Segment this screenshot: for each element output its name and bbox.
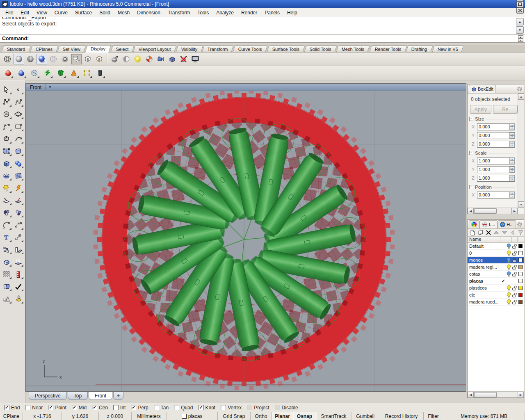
checkbox[interactable]: ✓	[131, 405, 136, 410]
lock-column-header[interactable]	[511, 237, 517, 242]
osnap-vertex[interactable]: Vertex	[221, 405, 242, 411]
toolbar-tab-standard[interactable]: Standard	[1, 46, 31, 52]
toolbar-tab-viewport-layout[interactable]: Viewport Layout	[133, 46, 177, 52]
toolbar-tab-set-view[interactable]: Set View	[57, 46, 86, 52]
toolbar-tab-select[interactable]: Select	[110, 46, 134, 52]
curve-tools-icon[interactable]	[41, 67, 54, 79]
spin-up-icon[interactable]: ▲	[509, 158, 515, 161]
layers-tab[interactable]: L...	[479, 220, 498, 228]
toolbar-tab-surface-tools[interactable]: Surface Tools	[267, 46, 305, 52]
layer-color-swatch[interactable]	[517, 279, 524, 283]
spin-up-icon[interactable]: ▲	[509, 132, 515, 136]
menu-analyze[interactable]: Analyze	[212, 9, 237, 16]
surface-from-points-icon[interactable]	[1, 146, 12, 157]
size-z-input[interactable]: 0.000▲▼	[477, 141, 515, 148]
status-cplane[interactable]: CPlane	[0, 412, 23, 420]
new-viewport-tab-button[interactable]: +	[113, 392, 123, 400]
boxedit-vscrollbar[interactable]: ▲ ▼	[518, 94, 524, 208]
scroll-up-icon[interactable]: ▲	[518, 94, 524, 100]
layer-row-cotas[interactable]: cotas	[468, 271, 524, 278]
new-layer-icon[interactable]	[469, 229, 476, 236]
monitor-icon[interactable]	[190, 54, 201, 64]
shaded-gray-icon[interactable]	[25, 54, 36, 64]
freeform-curve-icon[interactable]	[13, 133, 24, 144]
checkbox[interactable]	[221, 405, 226, 410]
command-spinner[interactable]: ▲▼	[518, 35, 523, 42]
current-column-header[interactable]	[500, 237, 506, 242]
toolbar-tab-render-tools[interactable]: Render Tools	[369, 46, 407, 52]
pen-viewport-icon[interactable]	[94, 54, 105, 64]
wireframe-viewport-icon[interactable]	[2, 54, 13, 64]
spinner[interactable]: ▲▼	[509, 192, 515, 198]
spin-down-icon[interactable]: ▼	[509, 178, 515, 181]
spin-down-icon[interactable]: ▼	[509, 169, 515, 173]
toolbar-tab-solid-tools[interactable]: Solid Tools	[304, 46, 337, 52]
checkbox[interactable]	[25, 405, 30, 410]
sun-properties-icon[interactable]	[144, 54, 155, 64]
surface-patch-icon[interactable]	[13, 146, 24, 157]
xray-viewport-icon[interactable]	[59, 54, 70, 64]
layer-color-swatch[interactable]	[517, 293, 524, 297]
filter-icon[interactable]	[517, 229, 524, 236]
layer-color-swatch[interactable]	[517, 258, 524, 262]
status-y-1-626[interactable]: y 1.626	[62, 412, 99, 420]
block-tools-icon[interactable]	[94, 67, 106, 79]
layer-current-mark[interactable]: ✓	[501, 278, 506, 284]
control-point-curve-icon[interactable]	[13, 96, 24, 107]
osnap-disable[interactable]: Disable	[275, 405, 298, 411]
trim-icon[interactable]	[1, 195, 12, 206]
display-tab[interactable]	[469, 220, 479, 228]
boxedit-tab[interactable]: BoxEdit	[469, 85, 496, 93]
technical-viewport-icon[interactable]	[71, 54, 82, 64]
command-history[interactable]: Command: _Export Select objects to expor…	[0, 17, 525, 35]
toolbar-tab-mesh-tools[interactable]: Mesh Tools	[336, 46, 370, 52]
split-icon[interactable]	[13, 195, 24, 206]
camera-icon[interactable]	[155, 54, 166, 64]
menu-curve[interactable]: Curve	[51, 9, 71, 16]
checkbox[interactable]	[113, 405, 119, 410]
boxedit-hscrollbar[interactable]: ◀ ▶	[468, 208, 518, 214]
polyline-icon[interactable]	[1, 96, 12, 107]
spin-up-icon[interactable]: ▲	[518, 35, 523, 39]
viewport-tab-perspective[interactable]: Perspective	[29, 392, 67, 400]
status-z-0-000[interactable]: z 0.000	[99, 412, 132, 420]
viewport-tab-top[interactable]: Top	[68, 392, 88, 400]
collapse-icon[interactable]: −	[469, 151, 473, 155]
toolbar-tab-new-in-v5[interactable]: New in V5	[432, 46, 463, 52]
render-red-icon[interactable]	[2, 67, 14, 79]
scale-x-input[interactable]: 1.000▲▼	[477, 158, 515, 164]
layer-row-placas[interactable]: placas✓	[468, 278, 524, 285]
layer-visibility-bulb-icon[interactable]	[506, 264, 511, 270]
toolbar-tab-display[interactable]: Display	[85, 45, 112, 52]
scroll-up-icon[interactable]: ▲	[516, 18, 524, 25]
layer-lock-icon[interactable]	[511, 299, 517, 305]
primitive-solids-icon[interactable]	[1, 293, 12, 304]
delete-light-icon[interactable]	[178, 54, 189, 64]
rendered-sun-icon[interactable]	[132, 54, 143, 64]
viewport-tab-front[interactable]: Front	[89, 392, 112, 400]
layer-color-swatch[interactable]	[517, 286, 524, 290]
layers-hscrollbar[interactable]: ◀ ▶	[468, 391, 524, 397]
layer-color-swatch[interactable]	[517, 300, 524, 304]
osnap-project[interactable]: Project	[247, 405, 269, 411]
restore-button[interactable]	[516, 1, 524, 7]
spinner[interactable]: ▲▼	[509, 132, 515, 139]
menu-surface[interactable]: Surface	[71, 9, 96, 16]
spotlight-icon[interactable]	[167, 54, 178, 64]
osnap-int[interactable]: Int	[113, 405, 126, 411]
osnap-knot[interactable]: ✓Knot	[199, 405, 216, 411]
layer-color-swatch[interactable]	[517, 244, 524, 248]
gumball-widget-icon[interactable]	[13, 293, 24, 304]
size-x-input[interactable]: 0.000▲▼	[477, 123, 515, 130]
render-blue-icon[interactable]	[15, 67, 27, 79]
refresh-shade-icon[interactable]	[110, 54, 120, 64]
osnap-mid[interactable]: ✓Mid	[72, 405, 87, 411]
ellipse-icon[interactable]	[13, 109, 24, 120]
status-placas[interactable]: placas	[167, 412, 218, 420]
size-y-input[interactable]: 0.000▲▼	[477, 132, 515, 139]
status-record-history[interactable]: Record History	[379, 412, 424, 420]
scroll-down-icon[interactable]: ▼	[516, 26, 524, 34]
surface-tools-icon[interactable]	[55, 67, 67, 79]
help-tab[interactable]: H...	[498, 220, 516, 228]
layer-visibility-bulb-icon[interactable]	[506, 292, 511, 298]
